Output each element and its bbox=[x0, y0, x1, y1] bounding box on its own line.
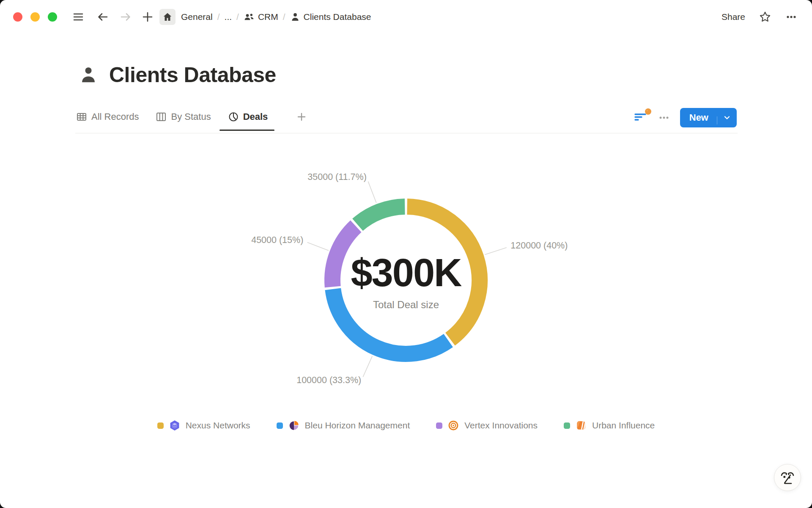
slice-value-label: 45000 (15%) bbox=[251, 235, 303, 245]
bleu-horizon-logo bbox=[288, 420, 299, 431]
sidebar-menu-icon[interactable] bbox=[72, 11, 84, 23]
slice-leader-line bbox=[363, 356, 372, 377]
tab-label: By Status bbox=[171, 111, 211, 122]
breadcrumb-crm-label: CRM bbox=[258, 12, 278, 22]
filter-active-badge bbox=[645, 108, 651, 115]
donut-slice-vertex-innovations[interactable] bbox=[332, 226, 356, 287]
view-tabs: All Records By Status Deals bbox=[76, 111, 307, 124]
view-controls: New bbox=[634, 108, 737, 127]
legend-color-swatch bbox=[157, 422, 164, 429]
home-icon[interactable] bbox=[159, 9, 176, 25]
close-window-button[interactable] bbox=[13, 12, 22, 22]
legend-item-bleu-horizon[interactable]: Bleu Horizon Management bbox=[277, 420, 410, 431]
share-button[interactable]: Share bbox=[721, 12, 745, 22]
people-icon bbox=[244, 11, 255, 22]
breadcrumb-separator: / bbox=[236, 12, 239, 22]
slice-value-label: 100000 (33.3%) bbox=[296, 375, 361, 385]
donut-slice-urban-influence[interactable] bbox=[358, 207, 405, 225]
legend-color-swatch bbox=[277, 422, 283, 429]
new-record-button[interactable]: New bbox=[680, 108, 717, 127]
chart-legend: Nexus Networks Bleu Horizon Management V… bbox=[0, 420, 812, 431]
top-bar: General / ... / CRM / Clients Database S… bbox=[0, 0, 812, 34]
legend-label: Vertex Innovations bbox=[464, 420, 538, 431]
slice-leader-line bbox=[307, 242, 329, 250]
forward-icon[interactable] bbox=[120, 11, 132, 23]
new-record-dropdown-button[interactable] bbox=[717, 108, 737, 127]
person-icon bbox=[79, 65, 98, 85]
back-icon[interactable] bbox=[97, 11, 109, 23]
notion-face-icon bbox=[779, 469, 796, 486]
legend-label: Bleu Horizon Management bbox=[305, 420, 410, 431]
top-right-actions: Share bbox=[721, 11, 798, 23]
deals-donut-chart[interactable]: 120000 (40%)100000 (33.3%)45000 (15%)350… bbox=[258, 132, 554, 428]
table-icon bbox=[76, 111, 87, 122]
page-title-row: Clients Database bbox=[79, 63, 276, 87]
breadcrumb-separator: / bbox=[217, 12, 220, 22]
slice-leader-line bbox=[368, 182, 376, 203]
new-tab-icon[interactable] bbox=[142, 11, 154, 23]
tab-label: Deals bbox=[243, 111, 268, 122]
view-more-options-icon[interactable] bbox=[658, 112, 670, 124]
donut-slice-nexus-networks[interactable] bbox=[407, 207, 480, 339]
chevron-down-icon bbox=[723, 113, 731, 122]
nexus-networks-logo bbox=[169, 420, 180, 431]
minimize-window-button[interactable] bbox=[30, 12, 40, 22]
legend-label: Urban Influence bbox=[592, 420, 655, 431]
more-options-icon[interactable] bbox=[785, 11, 798, 23]
slice-leader-line bbox=[485, 248, 506, 255]
urban-influence-logo bbox=[576, 420, 587, 431]
vertex-innovations-logo bbox=[448, 420, 459, 431]
new-record-split-button: New bbox=[680, 108, 737, 127]
legend-item-vertex-innovations[interactable]: Vertex Innovations bbox=[436, 420, 538, 431]
breadcrumb-separator: / bbox=[283, 12, 285, 22]
slice-value-label: 120000 (40%) bbox=[510, 240, 568, 251]
board-icon bbox=[156, 111, 167, 122]
person-icon bbox=[290, 12, 300, 22]
breadcrumb: General / ... / CRM / Clients Database bbox=[181, 11, 371, 22]
tab-by-status[interactable]: By Status bbox=[156, 111, 211, 124]
breadcrumb-crm[interactable]: CRM bbox=[244, 11, 278, 22]
legend-label: Nexus Networks bbox=[186, 420, 250, 431]
breadcrumb-root[interactable]: General bbox=[181, 12, 213, 22]
view-tabs-row: All Records By Status Deals bbox=[76, 106, 737, 130]
traffic-lights bbox=[13, 12, 57, 22]
breadcrumb-current[interactable]: Clients Database bbox=[290, 12, 371, 22]
legend-item-nexus-networks[interactable]: Nexus Networks bbox=[157, 420, 250, 431]
pie-icon bbox=[228, 111, 239, 122]
tab-all-records[interactable]: All Records bbox=[76, 111, 139, 124]
assistant-fab-button[interactable] bbox=[774, 464, 801, 491]
breadcrumb-current-label: Clients Database bbox=[304, 12, 371, 22]
donut-slice-bleu-horizon-management[interactable] bbox=[333, 289, 448, 354]
filter-icon[interactable] bbox=[634, 111, 648, 124]
legend-color-swatch bbox=[436, 422, 442, 429]
tab-deals[interactable]: Deals bbox=[228, 111, 268, 124]
zoom-window-button[interactable] bbox=[48, 12, 57, 22]
favorite-star-icon[interactable] bbox=[759, 11, 771, 23]
slice-value-label: 35000 (11.7%) bbox=[307, 172, 366, 182]
add-view-icon[interactable] bbox=[296, 112, 307, 124]
breadcrumb-collapsed[interactable]: ... bbox=[225, 12, 232, 22]
page-title: Clients Database bbox=[109, 63, 276, 87]
legend-item-urban-influence[interactable]: Urban Influence bbox=[564, 420, 655, 431]
tab-label: All Records bbox=[91, 111, 139, 122]
app-window: General / ... / CRM / Clients Database S… bbox=[0, 0, 812, 508]
legend-color-swatch bbox=[564, 422, 570, 429]
